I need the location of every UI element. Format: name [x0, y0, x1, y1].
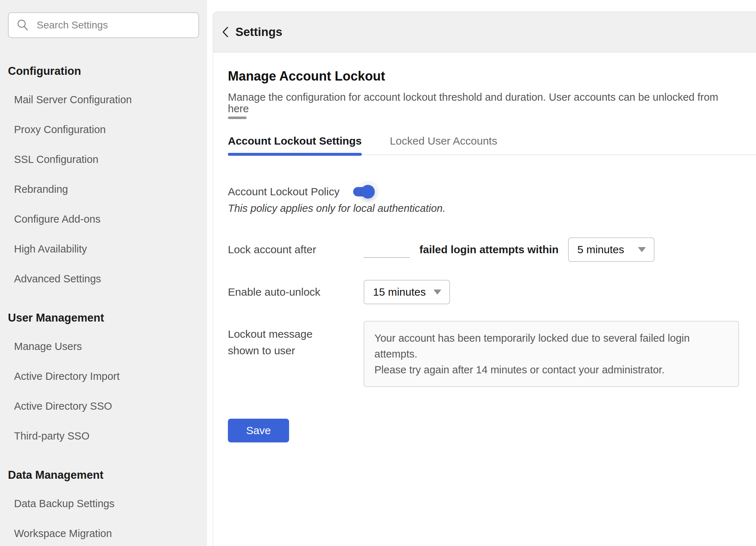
policy-note: This policy applies only for local authe…	[228, 203, 742, 214]
settings-back-title[interactable]: Settings	[235, 25, 282, 39]
sidebar-item-workspace-migration[interactable]: Workspace Migration	[14, 527, 207, 540]
sidebar-section-data-management: Data Management	[8, 469, 207, 482]
lock-account-after-row: Lock account after failed login attempts…	[228, 237, 742, 262]
search-settings-box[interactable]: Search Settings	[8, 12, 199, 38]
search-icon	[17, 19, 29, 31]
sidebar-item-data-backup-settings[interactable]: Data Backup Settings	[14, 497, 207, 510]
sidebar-section-user-management: User Management	[8, 311, 207, 324]
sidebar-item-configure-add-ons[interactable]: Configure Add-ons	[14, 213, 207, 225]
auto-unlock-duration-select[interactable]: 15 minutes	[364, 280, 450, 304]
lockout-message-label: Lockout message shown to user	[228, 321, 347, 359]
sidebar-item-rebranding[interactable]: Rebranding	[14, 183, 207, 195]
toggle-knob	[361, 185, 375, 199]
lockout-message-textarea[interactable]: Your account has been temporarily locked…	[364, 321, 739, 387]
back-chevron-icon[interactable]	[221, 26, 230, 38]
description-accent-bar	[228, 117, 247, 119]
account-lockout-policy-label: Account Lockout Policy	[228, 185, 339, 198]
lockout-tabs: Account Lockout Settings Locked User Acc…	[228, 135, 756, 155]
tab-account-lockout-settings[interactable]: Account Lockout Settings	[228, 135, 362, 154]
sidebar-item-high-availability[interactable]: High Availability	[14, 243, 207, 255]
save-button[interactable]: Save	[228, 419, 289, 442]
page-title: Manage Account Lockout	[228, 69, 742, 83]
lock-account-after-label: Lock account after	[228, 244, 316, 255]
lockout-message-row: Lockout message shown to user Your accou…	[228, 321, 742, 387]
sidebar-item-ssl-configuration[interactable]: SSL Configuration	[14, 153, 207, 165]
settings-content-card: Settings Manage Account Lockout Manage t…	[213, 12, 756, 546]
sidebar-item-active-directory-import[interactable]: Active Directory Import	[14, 370, 207, 382]
manage-account-lockout-panel: Manage Account Lockout Manage the config…	[213, 53, 756, 442]
page-description: Manage the configuration for account loc…	[228, 91, 742, 114]
chevron-down-icon	[433, 290, 441, 295]
sidebar-item-advanced-settings[interactable]: Advanced Settings	[14, 273, 207, 285]
sidebar-item-proxy-configuration[interactable]: Proxy Configuration	[14, 123, 207, 136]
sidebar-item-third-party-sso[interactable]: Third-party SSO	[14, 430, 207, 442]
failed-attempts-input[interactable]	[364, 241, 410, 258]
sidebar-section-configuration: Configuration	[8, 65, 207, 78]
enable-auto-unlock-label: Enable auto-unlock	[228, 286, 320, 298]
attempt-window-select[interactable]: 5 minutes	[568, 237, 654, 262]
account-lockout-policy-toggle[interactable]	[353, 187, 373, 196]
sidebar-item-active-directory-sso[interactable]: Active Directory SSO	[14, 400, 207, 412]
chevron-down-icon	[638, 247, 646, 252]
sidebar-item-mail-server-configuration[interactable]: Mail Server Configuration	[14, 94, 207, 106]
account-lockout-policy-row: Account Lockout Policy	[228, 185, 742, 198]
tab-locked-user-accounts[interactable]: Locked User Accounts	[390, 135, 498, 154]
auto-unlock-duration-value: 15 minutes	[373, 286, 426, 298]
settings-header-bar: Settings	[213, 12, 756, 53]
enable-auto-unlock-row: Enable auto-unlock 15 minutes	[228, 280, 742, 304]
failed-login-attempts-within-label: failed login attempts within	[419, 243, 559, 256]
sidebar-item-manage-users[interactable]: Manage Users	[14, 340, 207, 352]
search-input-placeholder: Search Settings	[37, 19, 108, 31]
settings-sidebar: Search Settings Configuration Mail Serve…	[0, 0, 207, 546]
attempt-window-value: 5 minutes	[577, 244, 624, 256]
